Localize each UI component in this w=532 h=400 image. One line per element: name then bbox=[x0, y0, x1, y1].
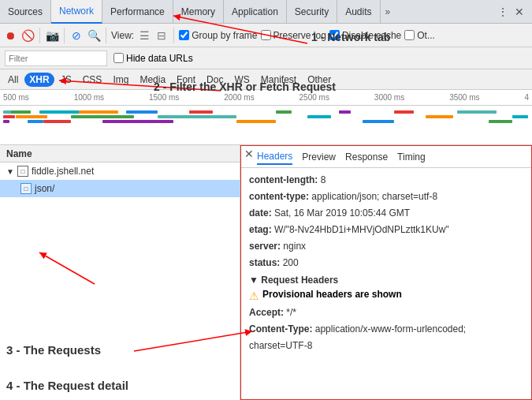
toolbar: ⏺ 🚫 📷 ⊘ 🔍 View: ☰ ⊟ Group by frame Prese… bbox=[0, 24, 532, 47]
type-tab-img[interactable]: Img bbox=[108, 73, 133, 87]
timeline-bar-8 bbox=[43, 120, 71, 123]
annotation-4: 4 - The Request detail bbox=[6, 379, 128, 392]
folder-icon: □ bbox=[17, 166, 28, 177]
panel-tab-headers[interactable]: Headers bbox=[257, 149, 292, 165]
timeline-bar-21 bbox=[426, 115, 453, 118]
hide-data-urls-checkbox[interactable]: Hide data URLs bbox=[113, 53, 193, 64]
header-charset: charset=UTF-8 bbox=[249, 338, 523, 353]
record-icon[interactable]: ⏺ bbox=[3, 28, 17, 43]
close-button[interactable]: ✕ bbox=[512, 4, 527, 20]
timeline-bars bbox=[0, 106, 532, 145]
stop-icon[interactable]: 🚫 bbox=[20, 28, 35, 43]
header-status: status: 200 bbox=[249, 256, 523, 270]
view-list-icon[interactable]: ☰ bbox=[137, 28, 151, 43]
header-content-type: content-type: application/json; charset=… bbox=[249, 189, 523, 204]
timeline-bar-12 bbox=[126, 110, 158, 114]
annotation-3: 3 - The Requests bbox=[6, 343, 101, 357]
type-tab-font[interactable]: Font bbox=[172, 73, 200, 87]
timeline-label-container: 500 ms 1000 ms 1500 ms 2000 ms 2500 ms 3… bbox=[3, 93, 529, 102]
timeline-bar-2 bbox=[3, 115, 15, 118]
timeline-bar-10 bbox=[79, 110, 118, 114]
panel-tab-response[interactable]: Response bbox=[345, 150, 388, 164]
timeline-bar-11 bbox=[102, 120, 173, 123]
view-label: View: bbox=[111, 30, 134, 41]
provisional-headers-text: Provisional headers are shown bbox=[262, 289, 402, 300]
filter-icon[interactable]: ⊘ bbox=[69, 28, 84, 43]
type-tab-all[interactable]: All bbox=[3, 73, 23, 87]
preserve-log-checkbox[interactable]: Preserve log bbox=[261, 30, 326, 41]
name-column-header: Name bbox=[0, 145, 240, 163]
timeline-bar-17 bbox=[307, 115, 331, 118]
tab-performance[interactable]: Performance bbox=[102, 0, 173, 24]
group-by-frame-checkbox[interactable]: Group by frame bbox=[179, 30, 257, 41]
panel-close-button[interactable]: ✕ bbox=[244, 148, 254, 160]
tab-audits[interactable]: Audits bbox=[337, 0, 380, 24]
type-tab-css[interactable]: CSS bbox=[78, 73, 107, 87]
panel-tab-timing[interactable]: Timing bbox=[397, 150, 426, 164]
timeline-bar-19 bbox=[363, 120, 394, 123]
main-content: Name ▼ □ fiddle.jshell.net □ json/ 3 - T… bbox=[0, 145, 532, 400]
disable-cache-checkbox[interactable]: Disable cache bbox=[329, 30, 401, 41]
expand-arrow: ▼ bbox=[6, 167, 14, 176]
type-tab-js[interactable]: JS bbox=[56, 73, 76, 87]
search-icon[interactable]: 🔍 bbox=[87, 28, 101, 43]
timeline-bar-4 bbox=[11, 110, 31, 114]
timeline-bar-23 bbox=[489, 120, 512, 123]
tab-security[interactable]: Security bbox=[287, 0, 337, 24]
filter-bar: Hide data URLs bbox=[0, 47, 532, 69]
tab-memory[interactable]: Memory bbox=[173, 0, 224, 24]
panel-tabs: Headers Preview Response Timing bbox=[241, 146, 531, 168]
type-tab-manifest[interactable]: Manifest bbox=[256, 73, 301, 87]
header-etag: etag: W/"8-Nv24HbD1i+MHVjOdNPLzttk1KUw" bbox=[249, 222, 523, 237]
filter-input[interactable] bbox=[5, 50, 107, 66]
timeline-bar-16 bbox=[276, 110, 292, 114]
camera-icon[interactable]: 📷 bbox=[45, 28, 59, 43]
more-tabs[interactable]: » bbox=[381, 6, 396, 17]
type-tab-xhr[interactable]: XHR bbox=[24, 73, 54, 87]
header-date: date: Sat, 16 Mar 2019 10:05:44 GMT bbox=[249, 206, 523, 220]
timeline-bar-13 bbox=[158, 115, 236, 118]
timeline-bar-14 bbox=[189, 110, 213, 114]
warning-icon: ⚠ bbox=[249, 290, 259, 302]
right-panel: ✕ Headers Preview Response Timing conten… bbox=[240, 145, 532, 400]
separator-4 bbox=[173, 28, 174, 43]
type-tab-media[interactable]: Media bbox=[135, 73, 170, 87]
request-item-json[interactable]: □ json/ bbox=[0, 180, 240, 197]
provisional-headers-warning: ⚠ Provisional headers are shown bbox=[249, 289, 523, 302]
timeline-bar-15 bbox=[236, 120, 276, 123]
panel-content: content-length: 8 content-type: applicat… bbox=[241, 168, 531, 399]
request-host-row: ▼ □ fiddle.jshell.net bbox=[0, 163, 240, 180]
tab-application[interactable]: Application bbox=[224, 0, 287, 24]
page-wrapper: Sources Network Performance Memory Appli… bbox=[0, 0, 532, 400]
more-options-button[interactable]: ⋮ bbox=[494, 4, 512, 20]
request-headers-title: ▼ Request Headers bbox=[249, 275, 523, 286]
view-grid-icon[interactable]: ⊟ bbox=[154, 28, 169, 43]
file-icon: □ bbox=[20, 183, 32, 194]
timeline-bar-5 bbox=[16, 115, 47, 118]
top-tabs: Sources Network Performance Memory Appli… bbox=[0, 0, 532, 24]
header-accept: Accept: */* bbox=[249, 305, 523, 320]
type-tab-ws[interactable]: WS bbox=[229, 73, 254, 87]
timeline-bar-6 bbox=[28, 120, 43, 123]
type-tab-other[interactable]: Other bbox=[303, 73, 336, 87]
separator-1 bbox=[39, 28, 40, 43]
separator-3 bbox=[106, 28, 106, 43]
type-tabs: All XHR JS CSS Img Media Font Doc WS Man… bbox=[0, 69, 532, 90]
timeline-bar-3 bbox=[3, 120, 9, 123]
other-checkbox[interactable]: Ot... bbox=[404, 30, 435, 41]
timeline-labels: 500 ms 1000 ms 1500 ms 2000 ms 2500 ms 3… bbox=[0, 90, 532, 106]
separator-2 bbox=[64, 28, 65, 43]
tab-sources[interactable]: Sources bbox=[0, 0, 51, 24]
tab-network[interactable]: Network bbox=[51, 0, 102, 24]
tab-actions: ⋮ ✕ bbox=[494, 4, 532, 20]
timeline-bar-20 bbox=[394, 110, 414, 114]
header-server: server: nginx bbox=[249, 239, 523, 253]
header-content-length: content-length: 8 bbox=[249, 173, 523, 187]
header-content-type-req: Content-Type: application/x-www-form-url… bbox=[249, 322, 523, 336]
timeline-bar-22 bbox=[457, 110, 497, 114]
panel-tab-preview[interactable]: Preview bbox=[302, 150, 336, 164]
timeline-bar-24 bbox=[512, 115, 528, 118]
type-tab-doc[interactable]: Doc bbox=[202, 73, 228, 87]
timeline-bar-18 bbox=[339, 110, 351, 114]
left-panel: Name ▼ □ fiddle.jshell.net □ json/ 3 - T… bbox=[0, 145, 240, 400]
